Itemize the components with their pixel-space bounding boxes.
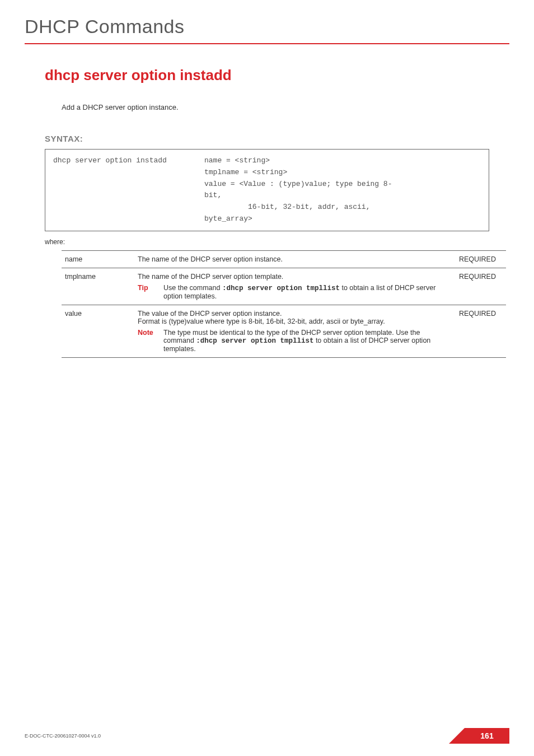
note-code: :dhcp server option tmpllist bbox=[196, 337, 313, 345]
param-desc: The name of the DHCP server option insta… bbox=[134, 250, 456, 268]
note-row: Note The type must be identical to the t… bbox=[138, 329, 452, 353]
params-table: name The name of the DHCP server option … bbox=[62, 250, 506, 358]
note-label: Note bbox=[138, 329, 163, 353]
tip-text: Use the command :dhcp server option tmpl… bbox=[163, 284, 452, 300]
table-row: name The name of the DHCP server option … bbox=[62, 250, 506, 268]
table-row: tmplname The name of the DHCP server opt… bbox=[62, 268, 506, 305]
table-row: value The value of the DHCP server optio… bbox=[62, 305, 506, 357]
param-desc-cell: The value of the DHCP server option inst… bbox=[134, 305, 456, 357]
tip-pre: Use the command bbox=[163, 284, 222, 292]
command-description: Add a DHCP server option instance. bbox=[62, 103, 489, 111]
syntax-box: dhcp server option instadd name = <strin… bbox=[45, 149, 489, 231]
doc-id: E-DOC-CTC-20061027-0004 v1.0 bbox=[25, 733, 101, 739]
where-label: where: bbox=[45, 238, 489, 246]
param-desc2: Format is (type)value where type is 8-bi… bbox=[138, 318, 452, 325]
page-title: DHCP Commands bbox=[0, 0, 534, 38]
page-badge: 161 bbox=[442, 728, 509, 744]
param-req: REQUIRED bbox=[456, 250, 506, 268]
tip-code: :dhcp server option tmpllist bbox=[222, 284, 340, 292]
note-text: The type must be identical to the type o… bbox=[163, 329, 452, 353]
param-desc-cell: The name of the DHCP server option templ… bbox=[134, 268, 456, 305]
syntax-command: dhcp server option instadd bbox=[53, 155, 204, 225]
triangle-decor bbox=[449, 728, 465, 744]
param-desc: The value of the DHCP server option inst… bbox=[138, 310, 452, 318]
syntax-label: SYNTAX: bbox=[45, 134, 489, 143]
page-number: 161 bbox=[465, 728, 509, 744]
command-title: dhcp server option instadd bbox=[45, 67, 489, 84]
footer: E-DOC-CTC-20061027-0004 v1.0 161 bbox=[25, 728, 509, 744]
tip-label: Tip bbox=[138, 284, 163, 300]
param-req: REQUIRED bbox=[456, 268, 506, 305]
param-name: name bbox=[62, 250, 134, 268]
param-name: tmplname bbox=[62, 268, 134, 305]
syntax-args: name = <string> tmplname = <string> valu… bbox=[204, 155, 481, 225]
param-name: value bbox=[62, 305, 134, 357]
param-req: REQUIRED bbox=[456, 305, 506, 357]
param-desc: The name of the DHCP server option templ… bbox=[138, 273, 452, 281]
tip-row: Tip Use the command :dhcp server option … bbox=[138, 284, 452, 300]
content-area: dhcp server option instadd Add a DHCP se… bbox=[0, 44, 534, 358]
